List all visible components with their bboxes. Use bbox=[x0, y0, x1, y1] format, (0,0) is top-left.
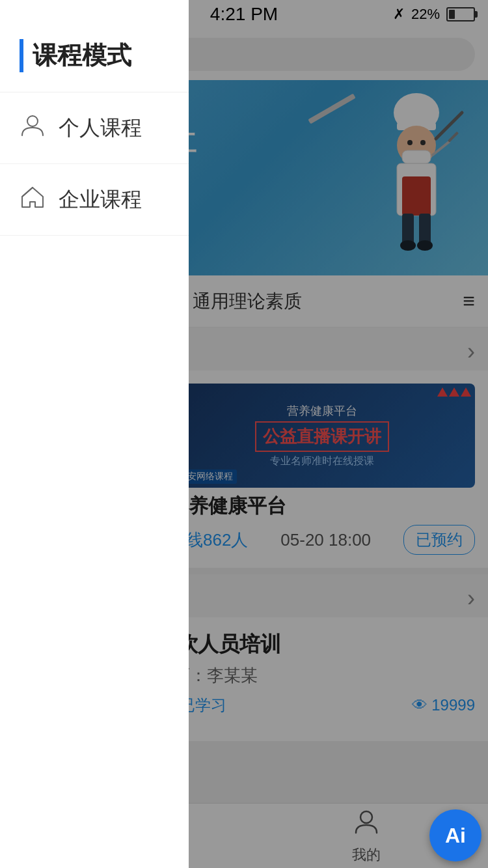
drawer: 课程模式 个人课程 企业课程 bbox=[0, 0, 189, 868]
svg-marker-37 bbox=[22, 188, 43, 207]
person-icon bbox=[20, 112, 46, 144]
drawer-header: 课程模式 bbox=[0, 0, 189, 92]
ai-label: Ai bbox=[445, 824, 466, 848]
drawer-personal-label: 个人课程 bbox=[59, 114, 142, 143]
ai-button[interactable]: Ai bbox=[429, 809, 481, 861]
drawer-item-enterprise[interactable]: 企业课程 bbox=[0, 164, 189, 236]
drawer-title: 课程模式 bbox=[20, 39, 169, 72]
svg-line-38 bbox=[22, 188, 33, 197]
drawer-enterprise-label: 企业课程 bbox=[59, 186, 142, 214]
home-icon bbox=[20, 184, 46, 216]
drawer-item-personal[interactable]: 个人课程 bbox=[0, 92, 189, 164]
svg-point-36 bbox=[27, 116, 38, 126]
